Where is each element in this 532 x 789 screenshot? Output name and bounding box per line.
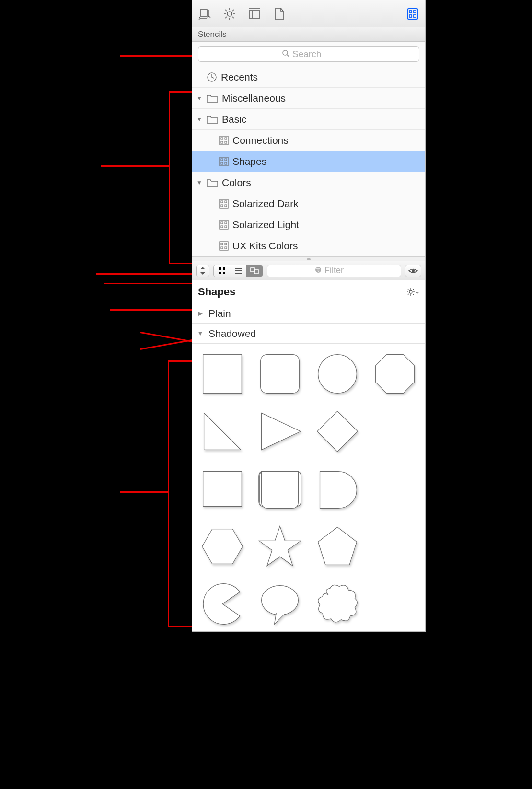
callout-line: [140, 339, 194, 350]
folder-label: Colors: [222, 177, 251, 188]
chevron-down-icon[interactable]: ▼: [196, 95, 203, 102]
layout-tab-icon[interactable]: [247, 6, 262, 22]
shape-triangle[interactable]: [254, 406, 305, 457]
tree-item-solarized-dark[interactable]: Solarized Dark: [192, 193, 425, 214]
item-label: Connections: [232, 135, 289, 146]
shape-diamond[interactable]: [312, 406, 363, 457]
tree-recents[interactable]: Recents: [192, 67, 425, 88]
shape-empty-slot: [370, 579, 420, 629]
svg-rect-53: [251, 268, 254, 272]
shape-empty-slot: [370, 406, 420, 457]
shape-square[interactable]: [197, 348, 248, 399]
shape-star[interactable]: [254, 521, 305, 572]
shape-rounded-tab[interactable]: [254, 464, 305, 514]
shape-cloud[interactable]: [312, 579, 363, 629]
view-list-icon[interactable]: [230, 265, 246, 277]
tree-folder-basic[interactable]: ▼ Basic: [192, 109, 425, 130]
view-grid-icon[interactable]: [214, 265, 230, 277]
stencil-item-icon: [219, 220, 229, 230]
svg-point-71: [318, 355, 357, 394]
svg-line-66: [413, 294, 414, 295]
svg-rect-42: [221, 243, 223, 245]
svg-rect-40: [225, 226, 227, 228]
gear-icon[interactable]: [222, 6, 237, 22]
tree-item-solarized-light[interactable]: Solarized Light: [192, 214, 425, 235]
svg-line-65: [408, 289, 409, 290]
tree-item-connections[interactable]: Connections: [192, 130, 425, 151]
svg-rect-44: [221, 247, 223, 249]
svg-marker-78: [259, 526, 301, 566]
svg-rect-24: [221, 141, 223, 143]
shape-pentagon[interactable]: [312, 521, 363, 572]
stencils-panel: Stencils Recents ▼ Miscellaneous: [192, 0, 426, 632]
tree-folder-miscellaneous[interactable]: ▼ Miscellaneous: [192, 88, 425, 109]
shape-speech-bubble[interactable]: [254, 579, 305, 629]
svg-line-6: [225, 10, 227, 11]
expand-collapse-button[interactable]: [196, 265, 209, 277]
filter-input[interactable]: [324, 266, 353, 276]
svg-rect-14: [409, 11, 412, 13]
tree-item-shapes[interactable]: Shapes: [192, 151, 425, 172]
svg-rect-48: [219, 272, 221, 274]
split-drag-handle[interactable]: [192, 256, 425, 261]
group-shadowed[interactable]: ▼ Shadowed: [192, 324, 425, 344]
view-canvas-icon[interactable]: [246, 265, 263, 277]
svg-rect-43: [225, 243, 227, 245]
preview-toggle-button[interactable]: [405, 265, 421, 277]
document-tab-icon[interactable]: [272, 6, 287, 22]
connections-tab-icon[interactable]: [197, 6, 212, 22]
svg-marker-79: [318, 527, 357, 565]
svg-line-7: [232, 17, 234, 18]
shape-grid: [192, 344, 425, 631]
svg-rect-23: [225, 138, 227, 139]
shape-pacman[interactable]: [197, 579, 248, 629]
svg-rect-54: [254, 270, 258, 274]
shape-half-round[interactable]: [312, 464, 363, 514]
tree-item-ux-kits-colors[interactable]: UX Kits Colors: [192, 235, 425, 256]
search-input[interactable]: [292, 49, 335, 59]
svg-rect-49: [223, 272, 225, 274]
svg-line-67: [413, 289, 414, 290]
chevron-down-icon[interactable]: ▼: [196, 116, 203, 123]
item-label: Solarized Dark: [232, 198, 299, 209]
group-plain[interactable]: ▶ Plain: [192, 303, 425, 324]
stencil-item-icon: [219, 241, 229, 251]
svg-rect-30: [225, 162, 227, 164]
folder-label: Miscellaneous: [222, 93, 286, 104]
svg-rect-25: [225, 141, 227, 143]
search-field[interactable]: [198, 46, 419, 62]
chevron-down-icon: ⌄: [416, 289, 419, 294]
shape-rounded-square[interactable]: [254, 348, 305, 399]
shape-right-triangle[interactable]: [197, 406, 248, 457]
svg-rect-34: [221, 205, 223, 207]
callout-line: [120, 55, 192, 57]
chevron-down-icon[interactable]: ▼: [197, 330, 204, 337]
shape-rectangle[interactable]: [197, 464, 248, 514]
filter-field[interactable]: [267, 265, 401, 277]
callout-line: [96, 273, 192, 275]
chevron-down-icon[interactable]: ▼: [196, 179, 203, 186]
item-label: Solarized Light: [232, 219, 299, 231]
chevron-right-icon[interactable]: ▶: [197, 310, 204, 317]
shape-circle[interactable]: [312, 348, 363, 399]
content-options-gear[interactable]: ⌄: [407, 288, 419, 296]
stencil-content-toolbar: [192, 261, 425, 280]
tree-folder-colors[interactable]: ▼ Colors: [192, 172, 425, 193]
svg-rect-16: [409, 15, 412, 17]
svg-rect-70: [261, 355, 300, 394]
folder-icon: [207, 115, 218, 124]
svg-marker-75: [317, 411, 358, 452]
item-label: UX Kits Colors: [232, 240, 298, 252]
svg-point-60: [409, 290, 412, 293]
svg-line-19: [287, 55, 289, 57]
stencils-tab-icon[interactable]: [405, 6, 420, 22]
svg-line-68: [408, 294, 409, 295]
svg-rect-17: [414, 15, 416, 17]
folder-icon: [207, 94, 218, 103]
svg-point-80: [262, 586, 299, 615]
shape-hexagon[interactable]: [197, 521, 248, 572]
callout-line: [104, 283, 192, 284]
shape-octagon[interactable]: [370, 348, 420, 399]
svg-line-9: [225, 17, 227, 18]
svg-marker-72: [376, 355, 415, 394]
